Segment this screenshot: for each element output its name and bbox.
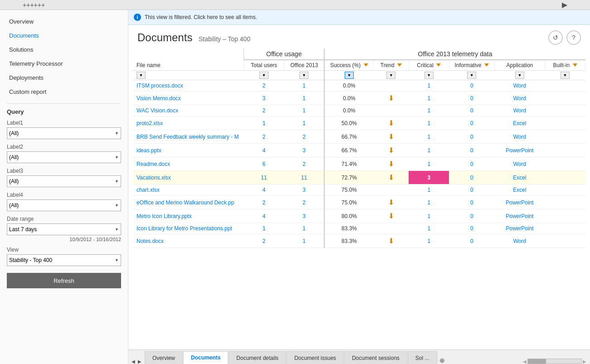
informative-cell[interactable]: 0 (449, 105, 494, 116)
sidebar-item-telemetry[interactable]: Telemetry Processor (0, 57, 128, 71)
critical-cell[interactable]: 1 (409, 184, 449, 196)
total-users-cell[interactable]: 2 (244, 80, 284, 92)
sidebar-item-solutions[interactable]: Solutions (0, 43, 128, 57)
horizontal-scrollbar[interactable] (527, 359, 582, 364)
col-header-filename[interactable]: File name (133, 60, 244, 71)
col-header-critical[interactable]: Critical (409, 60, 449, 71)
label1-select[interactable]: (All) (7, 127, 121, 139)
tab-overview[interactable]: Overview (145, 351, 183, 364)
plus-button-2[interactable]: + (26, 1, 30, 9)
tab-add-btn[interactable]: ⊕ (439, 357, 445, 364)
filter-btn-application[interactable]: ▼ (515, 72, 524, 79)
plus-button-5[interactable]: + (38, 1, 41, 9)
col-header-application[interactable]: Application (494, 60, 545, 71)
col-header-trend[interactable]: Trend (374, 60, 409, 71)
help-icon-btn[interactable]: ? (566, 30, 581, 45)
critical-cell[interactable]: 1 (409, 92, 449, 105)
filter-btn-critical[interactable]: ▼ (424, 72, 434, 79)
office2013-cell[interactable]: 1 (284, 105, 325, 116)
file-name-cell[interactable]: proto2.xlsx (133, 116, 244, 130)
critical-cell[interactable]: 1 (409, 196, 449, 209)
plus-button-1[interactable]: + (23, 1, 26, 9)
filter-btn-filename[interactable]: ▼ (137, 72, 146, 79)
file-name-cell[interactable]: ITSM process.docx (133, 80, 244, 92)
plus-button-3[interactable]: + (30, 1, 34, 9)
filter-banner[interactable]: i This view is filtered. Click here to s… (128, 10, 590, 25)
critical-cell[interactable]: 1 (409, 80, 449, 92)
office2013-cell[interactable]: 2 (284, 130, 325, 144)
plus-button-4[interactable]: + (34, 1, 38, 9)
critical-cell[interactable]: 1 (409, 144, 449, 157)
total-users-cell[interactable]: 2 (244, 130, 284, 144)
informative-cell[interactable]: 0 (449, 116, 494, 130)
col-header-success[interactable]: Success (%) (324, 60, 373, 71)
collapse-button[interactable]: ▶ (562, 0, 567, 9)
critical-cell[interactable]: 1 (409, 157, 449, 171)
total-users-cell[interactable]: 3 (244, 92, 284, 105)
informative-cell[interactable]: 0 (449, 157, 494, 171)
file-name-cell[interactable]: BRB Send Feedback weekly summary - M (133, 130, 244, 144)
filter-btn-informative[interactable]: ▼ (467, 72, 476, 79)
filter-btn-trend[interactable]: ▼ (386, 72, 395, 79)
tab-document-sessions[interactable]: Document sessions (344, 351, 407, 364)
office2013-cell[interactable]: 1 (284, 223, 325, 234)
scroll-right[interactable]: ▶ (583, 359, 586, 364)
informative-cell[interactable]: 0 (449, 234, 494, 248)
office2013-cell[interactable]: 1 (284, 116, 325, 130)
critical-cell[interactable]: 1 (409, 130, 449, 144)
office2013-cell[interactable]: 1 (284, 234, 325, 248)
critical-cell[interactable]: 1 (409, 209, 449, 223)
informative-cell[interactable]: 0 (449, 80, 494, 92)
sidebar-item-deployments[interactable]: Deployments (0, 71, 128, 85)
col-header-office2013[interactable]: Office 2013 (284, 60, 325, 71)
informative-cell[interactable]: 0 (449, 171, 494, 184)
informative-cell[interactable]: 0 (449, 92, 494, 105)
critical-cell[interactable]: 1 (409, 116, 449, 130)
informative-cell[interactable]: 0 (449, 223, 494, 234)
file-name-cell[interactable]: Vacations.xlsx (133, 171, 244, 184)
refresh-button[interactable]: Refresh (7, 273, 121, 288)
file-name-cell[interactable]: Metro Icon Library.pptx (133, 209, 244, 223)
sidebar-item-overview[interactable]: Overview (0, 15, 128, 29)
total-users-cell[interactable]: 4 (244, 144, 284, 157)
office2013-cell[interactable]: 3 (284, 184, 325, 196)
tab-document-details[interactable]: Document details (229, 351, 286, 364)
total-users-cell[interactable]: 2 (244, 105, 284, 116)
office2013-cell[interactable]: 11 (284, 171, 325, 184)
file-name-cell[interactable]: eOffice and Merino Walkaround Deck.pp (133, 196, 244, 209)
col-header-builtin[interactable]: Built-in (545, 60, 585, 71)
sidebar-item-documents[interactable]: Documents (0, 29, 128, 43)
office2013-cell[interactable]: 2 (284, 196, 325, 209)
file-name-cell[interactable]: chart.xlsx (133, 184, 244, 196)
filter-btn-builtin[interactable]: ▼ (561, 72, 570, 79)
plus-button-6[interactable]: + (41, 1, 45, 9)
total-users-cell[interactable]: 1 (244, 116, 284, 130)
tab-next-arrow[interactable]: ▶ (137, 359, 143, 364)
informative-cell[interactable]: 0 (449, 209, 494, 223)
total-users-cell[interactable]: 2 (244, 234, 284, 248)
critical-cell[interactable]: 1 (409, 105, 449, 116)
label4-select[interactable]: (All) (7, 199, 121, 211)
total-users-cell[interactable]: 4 (244, 184, 284, 196)
tab-sol[interactable]: Sol ... (408, 351, 437, 364)
office2013-cell[interactable]: 1 (284, 92, 325, 105)
filter-btn-success[interactable]: ▼ (345, 72, 354, 79)
label2-select[interactable]: (All) (7, 151, 121, 163)
col-header-total-users[interactable]: Total users (244, 60, 284, 71)
date-range-select[interactable]: Last 7 days (7, 223, 121, 235)
office2013-cell[interactable]: 2 (284, 157, 325, 171)
tab-documents[interactable]: Documents (183, 351, 228, 364)
informative-cell[interactable]: 0 (449, 184, 494, 196)
total-users-cell[interactable]: 1 (244, 223, 284, 234)
tab-document-issues[interactable]: Document issues (287, 351, 344, 364)
informative-cell[interactable]: 0 (449, 144, 494, 157)
file-name-cell[interactable]: Notes.docx (133, 234, 244, 248)
office2013-cell[interactable]: 3 (284, 144, 325, 157)
file-name-cell[interactable]: WAC Vision.docx (133, 105, 244, 116)
total-users-cell[interactable]: 2 (244, 196, 284, 209)
file-name-cell[interactable]: Readme.docx (133, 157, 244, 171)
filter-btn-total-users[interactable]: ▼ (259, 72, 268, 79)
informative-cell[interactable]: 0 (449, 130, 494, 144)
sidebar-item-custom-report[interactable]: Custom report (0, 85, 128, 99)
refresh-icon-btn[interactable]: ↺ (548, 30, 563, 45)
